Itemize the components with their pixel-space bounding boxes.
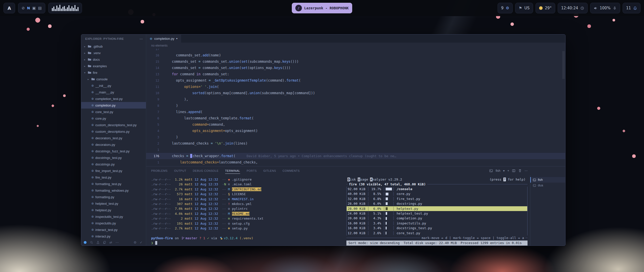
chevron-down-icon[interactable]: ▾	[503, 169, 505, 173]
beaker-icon[interactable]	[96, 241, 100, 244]
app-launcher-button[interactable]: A	[4, 3, 15, 13]
code-line[interactable]: 1	[146, 147, 565, 153]
code-line[interactable]: 16 commands_set.add(name)	[146, 52, 565, 58]
volume-widget[interactable]: 100%	[590, 3, 620, 13]
panel-tab-debug-console[interactable]: DEBUG CONSOLE	[193, 169, 218, 172]
panel-tab-output[interactable]: OUTPUT	[174, 169, 186, 172]
code-line[interactable]: 12 opts_assignment = _GetOptsAssignmentT…	[146, 77, 565, 84]
code-editor[interactable]: 17 """16 commands_set.add(name)15 comman…	[146, 49, 565, 166]
tree-item-console[interactable]: ▸console	[81, 76, 146, 82]
tree-item-docstrings_test.py[interactable]: ⊕docstrings_test.py	[81, 154, 146, 161]
dua-row-inspectutils.py[interactable]: 16.00 KiB │ 3.4% ││ inspectutils.py	[347, 221, 527, 226]
tree-item-interact.py[interactable]: ⊕interact.py	[81, 233, 146, 240]
tree-item-helptext_test.py[interactable]: ⊕helptext_test.py	[81, 200, 146, 207]
code-line[interactable]: 7 lines.append(	[146, 109, 565, 115]
weather-widget[interactable]: 29°	[536, 3, 555, 13]
terminal-session-dua[interactable]: dua	[530, 183, 565, 188]
code-line[interactable]: 17 """	[146, 49, 565, 52]
code-line[interactable]: 4 opts_assignment=opts_assignment)	[146, 128, 565, 134]
panel-more-icon[interactable]: ⋯	[525, 169, 528, 173]
new-terminal-icon[interactable]: +	[507, 169, 509, 173]
code-line[interactable]: 13 for command in commands_set:	[146, 71, 565, 77]
code-line[interactable]: 15 commands_set = commands_set.union(set…	[146, 58, 565, 65]
explorer-more-icon[interactable]: ⋯	[139, 37, 143, 41]
dua-row-docstrings.py[interactable]: 28.00 KiB │ 6.0% ││ docstrings.py	[347, 201, 527, 206]
dua-row-core_test.py[interactable]: 12.00 KiB │ 2.6% ││ core_test.py	[347, 231, 527, 235]
tree-item-formatting.py[interactable]: ⊕formatting.py	[81, 194, 146, 200]
code-line[interactable]: 1 lastcommand_checks=lastcommand_checks,	[146, 159, 565, 165]
dua-row-helptext_test.py[interactable]: 24.00 KiB │ 5.1% ││ helptext_test.py	[347, 211, 527, 216]
power-icon[interactable]: ⊘	[22, 6, 25, 10]
panel-tab-ports[interactable]: PORTS	[247, 169, 257, 172]
code-line[interactable]: 11 options=' '.join(	[146, 84, 565, 90]
tree-item-fire[interactable]: ▾fire	[81, 69, 146, 76]
code-line[interactable]: 3 )	[146, 134, 565, 140]
tree-item-__main__.py[interactable]: ⊕__main__.py	[81, 89, 146, 95]
dua-row-core.py[interactable]: 40.00 KiB │ 8.5% ││ core.py	[347, 191, 527, 196]
scrollbar-thumb[interactable]	[562, 51, 565, 79]
settings-gear-icon[interactable]: ⚙	[134, 241, 137, 244]
tree-item-formatting_windows.py[interactable]: ⊕formatting_windows.py	[81, 187, 146, 194]
tree-item-completion.py[interactable]: ⊕completion.py	[81, 102, 146, 109]
tree-item-helptext.py[interactable]: ⊕helptext.py	[81, 207, 146, 213]
terminal-profile-label[interactable]: fish	[496, 169, 500, 173]
kill-terminal-icon[interactable]	[518, 169, 522, 173]
code-line[interactable]: 8 )	[146, 103, 565, 109]
tree-item-docstrings.py[interactable]: ⊕docstrings.py	[81, 161, 146, 167]
panel-tab-problems[interactable]: PROBLEMS	[151, 169, 168, 172]
tree-item-__init__.py[interactable]: ⊕__init__.py	[81, 82, 146, 89]
tree-item-docs[interactable]: ▸docs	[81, 56, 146, 63]
tree-item-interact_test.py[interactable]: ⊕interact_test.py	[81, 226, 146, 233]
sync-icon[interactable]: ⇄	[109, 241, 112, 244]
file-icon[interactable]: ▤	[38, 6, 42, 10]
updates-widget[interactable]: 9⚙	[498, 3, 513, 13]
code-line[interactable]: 6 lastcommand_check_template.format(	[146, 115, 565, 121]
keyboard-layout-widget[interactable]: ⚑US	[515, 3, 533, 13]
tree-item-formatting_test.py[interactable]: ⊕formatting_test.py	[81, 181, 146, 187]
tree-item-examples[interactable]: ▸examples	[81, 63, 146, 69]
tab-completion-py[interactable]: ⊕ completion.py ●	[146, 35, 181, 43]
tree-item-.venv[interactable]: ▸.venv	[81, 50, 146, 56]
dua-row-fire_test.py[interactable]: 32.00 KiB │ 6.8% ││ fire_test.py	[347, 196, 527, 201]
split-terminal-icon[interactable]	[512, 169, 515, 173]
tree-item-completion_test.py[interactable]: ⊕completion_test.py	[81, 95, 146, 102]
media-player-widget[interactable]: ♪ Lazerpunk - ROBOPHONK	[292, 3, 352, 13]
code-line[interactable]: 10 sorted(options_map[command].union(sub…	[146, 90, 565, 96]
code-line[interactable]: 2 lastcommand_checks = '\n'.join(lines)	[146, 140, 565, 147]
tree-item-inspectutils.py[interactable]: ⊕inspectutils.py	[81, 220, 146, 226]
panel-tab-gitlens[interactable]: GITLENS	[263, 169, 276, 172]
tree-item-custom_descriptions.py[interactable]: ⊕custom_descriptions.py	[81, 128, 146, 135]
remote-indicator-icon[interactable]	[84, 241, 87, 244]
search-icon[interactable]	[90, 241, 93, 244]
tree-item-core.py[interactable]: ⊕core.py	[81, 115, 146, 122]
terminal-session-fish[interactable]: fish	[530, 177, 565, 183]
tree-item-.github[interactable]: ▸.github	[81, 43, 146, 50]
code-line[interactable]: 176 checks = check_wrapper.format(David …	[146, 153, 565, 159]
dua-row-helptext.py[interactable]: 28.00 KiB │ 6.0% ││ helptext.py	[347, 206, 527, 211]
tree-item-decorators_test.py[interactable]: ⊕decorators_test.py	[81, 135, 146, 141]
dua-row-completion.py[interactable]: 20.00 KiB │ 4.3% ││ completion.py	[347, 216, 527, 221]
code-line[interactable]: 9 ),	[146, 96, 565, 103]
notifications-widget[interactable]: 11	[623, 3, 640, 13]
tree-item-core_test.py[interactable]: ⊕core_test.py	[81, 109, 146, 115]
tree-item-fire_import_test.py[interactable]: ⊕fire_import_test.py	[81, 167, 146, 174]
panel-tab-comments[interactable]: COMMENTS	[283, 169, 300, 172]
tree-item-inspectutils_test.py[interactable]: ⊕inspectutils_test.py	[81, 213, 146, 220]
modified-dot-icon[interactable]: ●	[176, 37, 177, 40]
dua-panel[interactable]: Disk Usage Analyzer v2.29.2 (press ? for…	[345, 175, 529, 246]
more-icon[interactable]: ⋯	[115, 241, 119, 244]
dua-row-console[interactable]: 92.00 KiB │ 19.7% ││ /console	[347, 187, 527, 191]
dua-row-docstrings_test.py[interactable]: 16.00 KiB │ 3.4% ││ docstrings_test.py	[347, 226, 527, 230]
tree-item-decorators.py[interactable]: ⊕decorators.py	[81, 141, 146, 148]
tree-item-fire_test.py[interactable]: ⊕fire_test.py	[81, 174, 146, 181]
check-icon[interactable]: ✓	[140, 241, 143, 244]
panel-tab-terminal[interactable]: TERMINAL	[225, 169, 240, 172]
files-icon[interactable]	[103, 241, 106, 244]
tree-item-custom_descriptions_test.py[interactable]: ⊕custom_descriptions_test.py	[81, 122, 146, 128]
code-line[interactable]: 5 command=command,	[146, 121, 565, 128]
box-icon[interactable]: ▣	[32, 6, 36, 10]
tree-item-docstrings_fuzz_test.py[interactable]: ⊕docstrings_fuzz_test.py	[81, 148, 146, 154]
terminal-output[interactable]: .rw-r--r-- 1.2k matt 12 Aug 12:32 -- ◆ .…	[146, 175, 345, 246]
code-line[interactable]: 14 commands_set = commands_set.union(set…	[146, 65, 565, 71]
clock-widget[interactable]: 12:40:24	[558, 3, 588, 13]
